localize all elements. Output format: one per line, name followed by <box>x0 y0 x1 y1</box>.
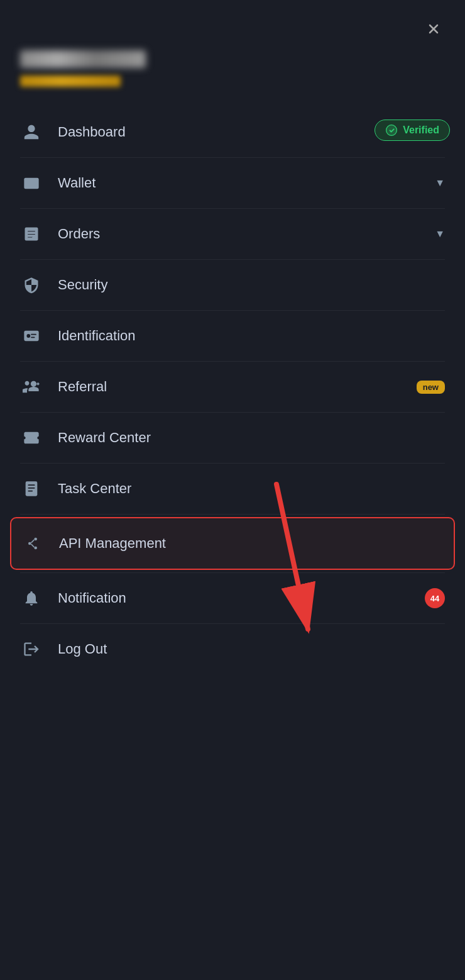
nav-list: Dashboard Wallet ▼ Orders ▼ Security <box>0 107 465 674</box>
person-icon <box>20 121 43 143</box>
bell-icon <box>20 587 43 610</box>
chevron-down-icon: ▼ <box>435 228 445 240</box>
shield-icon <box>20 274 43 296</box>
sidebar-item-label: Wallet <box>58 175 435 191</box>
sidebar-item-label: Referral <box>58 379 409 395</box>
profile-email-blur <box>20 75 121 87</box>
task-icon <box>20 477 43 500</box>
sidebar-item-referral[interactable]: Referral new <box>0 362 465 412</box>
id-card-icon <box>20 325 43 347</box>
sidebar-item-label: Task Center <box>58 481 445 497</box>
sidebar-item-label: Dashboard <box>58 124 445 140</box>
chevron-down-icon: ▼ <box>435 177 445 189</box>
wallet-icon <box>20 172 43 194</box>
svg-line-14 <box>31 540 35 543</box>
sidebar-item-logout[interactable]: Log Out <box>0 624 465 674</box>
sidebar-item-notification[interactable]: Notification 44 <box>0 573 465 623</box>
sidebar-item-label: Notification <box>58 590 425 606</box>
sidebar-item-label: Reward Center <box>58 430 445 446</box>
sidebar-item-label: Log Out <box>58 641 445 657</box>
sidebar-item-orders[interactable]: Orders ▼ <box>0 209 465 259</box>
profile-section <box>0 0 465 107</box>
svg-rect-10 <box>26 481 38 496</box>
profile-name-blur <box>20 50 146 68</box>
close-button[interactable] <box>422 18 445 40</box>
svg-point-9 <box>26 334 30 338</box>
sidebar-item-label: Identification <box>58 328 445 344</box>
logout-icon <box>20 638 43 660</box>
sidebar-item-task-center[interactable]: Task Center <box>0 464 465 514</box>
ticket-icon <box>20 426 43 449</box>
sidebar-item-api-management[interactable]: API Management <box>10 517 455 570</box>
sidebar-item-label: API Management <box>59 535 444 552</box>
sidebar-item-label: Security <box>58 277 445 293</box>
divider <box>20 514 445 515</box>
svg-point-12 <box>34 538 37 541</box>
navigation: Dashboard Wallet ▼ Orders ▼ Security <box>0 107 465 674</box>
svg-rect-8 <box>24 331 38 341</box>
new-badge: new <box>417 381 445 394</box>
svg-point-13 <box>34 547 37 550</box>
referral-icon <box>20 376 43 398</box>
sidebar-item-reward-center[interactable]: Reward Center <box>0 413 465 463</box>
api-icon <box>21 532 44 555</box>
sidebar-item-identification[interactable]: Identification <box>0 311 465 361</box>
sidebar-item-wallet[interactable]: Wallet ▼ <box>0 158 465 208</box>
svg-point-11 <box>28 542 31 545</box>
orders-icon <box>20 223 43 245</box>
notification-count-badge: 44 <box>425 588 445 608</box>
svg-rect-2 <box>24 178 38 189</box>
sidebar-item-security[interactable]: Security <box>0 260 465 310</box>
svg-line-15 <box>31 544 35 547</box>
sidebar-item-dashboard[interactable]: Dashboard <box>0 107 465 157</box>
sidebar-item-label: Orders <box>58 226 435 242</box>
